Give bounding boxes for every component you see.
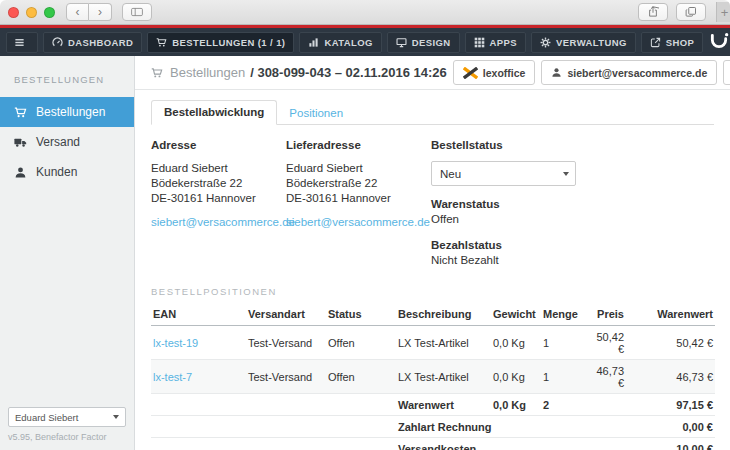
user-select-value: Eduard Siebert bbox=[15, 412, 78, 423]
nav-label: BESTELLUNGEN (1 / 1) bbox=[172, 37, 285, 48]
sidebar-toggle-button[interactable] bbox=[122, 3, 152, 21]
shipping-email-link[interactable]: siebert@versacommerce.de bbox=[286, 216, 430, 228]
tab-positionen[interactable]: Positionen bbox=[277, 102, 355, 125]
nav-label: VERWALTUNG bbox=[556, 37, 627, 48]
address-line: Bödekerstraße 22 bbox=[286, 176, 431, 191]
window-chrome: ‹ › + bbox=[0, 0, 730, 25]
window-close-button[interactable] bbox=[8, 7, 19, 18]
versa-u-icon bbox=[708, 32, 730, 52]
back-button[interactable]: ‹ bbox=[66, 3, 89, 21]
gear-icon bbox=[540, 37, 551, 48]
lexoffice-label: lexoffice bbox=[483, 67, 526, 79]
sidebar-item-label: Kunden bbox=[36, 165, 77, 179]
address-email-link[interactable]: siebert@versacommerce.de bbox=[151, 216, 295, 228]
order-details: Adresse Eduard Siebert Bödekerstraße 22 … bbox=[151, 139, 714, 268]
summary-row: Versandkosten 10,00 € bbox=[151, 438, 715, 450]
status-block: Bestellstatus Neu Warenstatus Offen Beza… bbox=[431, 139, 714, 268]
payment-status-label: Bezahlstatus bbox=[431, 239, 714, 251]
hamburger-icon bbox=[14, 37, 25, 48]
cell-status: Offen bbox=[326, 326, 396, 360]
monitor-icon bbox=[396, 37, 407, 48]
col-warenwert: Warenwert bbox=[626, 303, 715, 326]
sidebar-section-label: BESTELLUNGEN bbox=[0, 56, 134, 97]
nav-bestellungen[interactable]: BESTELLUNGEN (1 / 1) bbox=[147, 32, 294, 53]
positions-section-label: BESTELLPOSITIONEN bbox=[151, 286, 714, 297]
cart-icon bbox=[156, 37, 167, 48]
cell-warenwert: 50,42 € bbox=[626, 326, 715, 360]
cell-status: Offen bbox=[326, 360, 396, 394]
sku-link[interactable]: lx-test-7 bbox=[153, 371, 192, 383]
window-minimize-button[interactable] bbox=[26, 7, 37, 18]
nav-dashboard[interactable]: DASHBOARD bbox=[43, 32, 142, 53]
cell-versandart: Test-Versand bbox=[246, 326, 326, 360]
customer-email-button[interactable]: siebert@versacommerce.de bbox=[541, 60, 717, 85]
browser-window: ‹ › + DASHBOARD BESTELLUNGEN (1 / 1) bbox=[0, 0, 730, 450]
new-tab-button[interactable]: + bbox=[716, 2, 730, 22]
totals-row: Warenwert 0,0 Kg 2 97,15 € bbox=[151, 394, 715, 416]
cell-beschreibung: LX Test-Artikel bbox=[396, 360, 491, 394]
address-line: DE-30161 Hannover bbox=[151, 191, 286, 206]
summary-value: 0,00 € bbox=[626, 416, 715, 438]
page-header: Bestellungen / 308-099-043 – 02.11.2016 … bbox=[135, 56, 730, 90]
cell-gewicht: 0,0 Kg bbox=[491, 360, 541, 394]
sidebar-toggle-icon bbox=[131, 6, 143, 18]
share-icon bbox=[647, 6, 659, 18]
col-gewicht: Gewicht bbox=[491, 303, 541, 326]
user-icon bbox=[14, 166, 27, 179]
tab-overview-icon bbox=[685, 6, 697, 18]
cell-menge: 1 bbox=[541, 326, 586, 360]
cell-menge: 1 bbox=[541, 360, 586, 394]
address-line: Eduard Siebert bbox=[151, 161, 286, 176]
table-row: lx-test-19 Test-Versand Offen LX Test-Ar… bbox=[151, 326, 715, 360]
cell-preis: 46,73 € bbox=[586, 360, 626, 394]
chevron-down-icon bbox=[113, 415, 119, 419]
sidebar-item-versand[interactable]: Versand bbox=[0, 127, 134, 157]
cart-icon bbox=[14, 106, 27, 119]
nav-label: DESIGN bbox=[412, 37, 451, 48]
summary-row: Zahlart Rechnung 0,00 € bbox=[151, 416, 715, 438]
payment-status-value: Nicht Bezahlt bbox=[431, 253, 714, 268]
nav-apps[interactable]: APPS bbox=[465, 32, 526, 53]
cell-versandart: Test-Versand bbox=[246, 360, 326, 394]
shipping-address-block: Lieferadresse Eduard Siebert Bödekerstra… bbox=[286, 139, 431, 268]
nav-label: APPS bbox=[490, 37, 517, 48]
back-icon: ‹ bbox=[76, 6, 80, 18]
nav-design[interactable]: DESIGN bbox=[387, 32, 460, 53]
positions-table: EAN Versandart Status Beschreibung Gewic… bbox=[151, 303, 715, 450]
sku-link[interactable]: lx-test-19 bbox=[153, 337, 198, 349]
tab-bestellabwicklung[interactable]: Bestellabwicklung bbox=[151, 100, 277, 125]
tab-overview-button[interactable] bbox=[676, 3, 706, 21]
user-select[interactable]: Eduard Siebert bbox=[8, 407, 126, 427]
nav-label: DASHBOARD bbox=[68, 37, 133, 48]
totals-value: 97,15 € bbox=[626, 394, 715, 416]
sidebar-item-bestellungen[interactable]: Bestellungen bbox=[0, 97, 134, 127]
col-beschreibung: Beschreibung bbox=[396, 303, 491, 326]
sidebar-item-kunden[interactable]: Kunden bbox=[0, 157, 134, 187]
col-menge: Menge bbox=[541, 303, 586, 326]
table-header-row: EAN Versandart Status Beschreibung Gewic… bbox=[151, 303, 715, 326]
lexoffice-button[interactable]: lexoffice bbox=[453, 60, 536, 85]
table-row: lx-test-7 Test-Versand Offen LX Test-Art… bbox=[151, 360, 715, 394]
summary-label: Zahlart Rechnung bbox=[396, 416, 626, 438]
nav-label: SHOP bbox=[666, 37, 695, 48]
packliste-button[interactable]: Packliste bbox=[723, 60, 730, 85]
apps-grid-icon bbox=[474, 37, 485, 48]
version-text: v5.95, Benefactor Factor bbox=[8, 432, 126, 442]
page-title: / 308-099-043 – 02.11.2016 14:26 bbox=[250, 65, 447, 80]
order-detail-content: Bestellabwicklung Positionen Adresse Edu… bbox=[135, 90, 730, 450]
truck-icon bbox=[14, 136, 27, 149]
forward-icon: › bbox=[98, 6, 102, 18]
order-status-select[interactable]: Neu bbox=[431, 161, 576, 186]
nav-shop[interactable]: SHOP bbox=[641, 32, 704, 53]
nav-verwaltung[interactable]: VERWALTUNG bbox=[531, 32, 636, 53]
menu-toggle-button[interactable] bbox=[6, 32, 38, 53]
breadcrumb-section[interactable]: Bestellungen bbox=[170, 65, 245, 80]
share-button[interactable] bbox=[638, 3, 668, 21]
forward-button[interactable]: › bbox=[89, 3, 112, 21]
goods-status-label: Warenstatus bbox=[431, 198, 714, 210]
totals-gewicht: 0,0 Kg bbox=[491, 394, 541, 416]
nav-katalog[interactable]: KATALOG bbox=[299, 32, 381, 53]
versacommerce-logo: versa commerce bbox=[708, 32, 730, 53]
address-title: Adresse bbox=[151, 139, 286, 151]
window-maximize-button[interactable] bbox=[44, 7, 55, 18]
